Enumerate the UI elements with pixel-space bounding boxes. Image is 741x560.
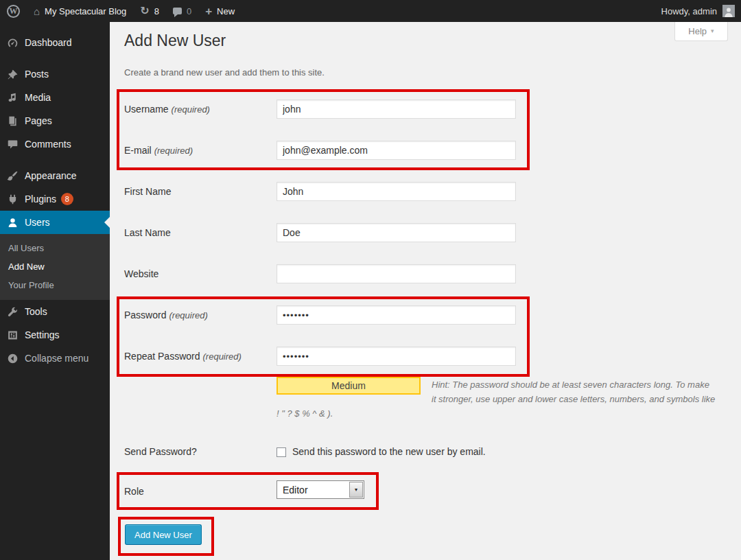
first-name-input[interactable] xyxy=(277,182,516,201)
send-password-checkbox[interactable] xyxy=(277,447,286,457)
plugins-update-badge: 8 xyxy=(61,193,73,205)
required-note: (required) xyxy=(169,310,207,320)
sidebar-item-label: Tools xyxy=(25,306,47,317)
email-input[interactable] xyxy=(277,141,516,160)
sidebar-item-settings[interactable]: Settings xyxy=(0,323,110,347)
password-label: Password(required) xyxy=(124,310,208,320)
page-subtitle: Create a brand new user and add them to … xyxy=(124,67,325,78)
last-name-input[interactable] xyxy=(277,223,516,242)
comment-bubble-icon xyxy=(5,137,19,151)
sidebar-item-label: Collapse menu xyxy=(25,353,89,364)
sidebar-item-label: Posts xyxy=(25,69,49,80)
chevron-down-icon: ▾ xyxy=(711,28,714,34)
sidebar-item-label: Users xyxy=(25,217,50,228)
submenu-item-all-users[interactable]: All Users xyxy=(0,239,110,257)
send-password-checkbox-label: Send this password to the new user by em… xyxy=(292,446,486,457)
sidebar-item-label: Comments xyxy=(25,139,71,150)
submenu-item-your-profile[interactable]: Your Profile xyxy=(0,276,110,294)
sidebar-item-label: Pages xyxy=(25,115,52,126)
settings-sliders-icon xyxy=(5,328,19,342)
password-hint: Hint: The password should be at least se… xyxy=(277,377,716,421)
avatar xyxy=(722,5,735,17)
add-new-user-button[interactable]: Add New User xyxy=(125,524,202,545)
sidebar-item-dashboard[interactable]: Dashboard xyxy=(0,31,110,54)
new-content-menu[interactable]: + New xyxy=(198,0,242,22)
sidebar-item-media[interactable]: Media xyxy=(0,86,110,109)
comment-bubble-icon xyxy=(173,8,182,14)
sidebar-item-users[interactable]: Users xyxy=(0,211,110,234)
wordpress-logo-menu[interactable]: W xyxy=(0,0,27,22)
repeat-password-label: Repeat Password(required) xyxy=(124,351,242,362)
username-input[interactable] xyxy=(277,100,516,119)
account-menu[interactable]: Howdy, admin xyxy=(661,5,741,17)
sidebar-item-comments[interactable]: Comments xyxy=(0,132,110,156)
howdy-text: Howdy, admin xyxy=(661,6,717,16)
website-input[interactable] xyxy=(277,264,516,283)
plus-icon: + xyxy=(205,5,212,17)
hint-float-spacer xyxy=(277,377,432,406)
required-note: (required) xyxy=(172,104,210,115)
sidebar-item-collapse-menu[interactable]: Collapse menu xyxy=(0,347,110,370)
comments-count: 0 xyxy=(187,6,191,16)
sidebar-item-tools[interactable]: Tools xyxy=(0,300,110,323)
wrench-icon xyxy=(5,305,19,318)
pushpin-icon xyxy=(5,67,19,81)
admin-bar: W ⌂ My Spectacular Blog ↻ 8 0 + New Howd… xyxy=(0,0,741,22)
website-label: Website xyxy=(124,268,158,279)
sidebar-item-label: Media xyxy=(25,92,51,103)
update-arrows-icon: ↻ xyxy=(140,5,149,16)
sidebar-item-label: Settings xyxy=(25,329,60,340)
sidebar-item-label: Appearance xyxy=(25,170,77,181)
admin-sidebar: Dashboard Posts Media Pages Comments App… xyxy=(0,22,110,560)
username-label: Username(required) xyxy=(124,104,210,115)
users-submenu: All Users Add New Your Profile xyxy=(0,234,110,300)
pages-icon xyxy=(5,114,19,128)
home-icon: ⌂ xyxy=(34,6,40,16)
required-note: (required) xyxy=(154,145,193,156)
sidebar-item-appearance[interactable]: Appearance xyxy=(0,164,110,187)
plug-icon xyxy=(5,192,19,206)
help-label: Help xyxy=(688,26,707,36)
send-password-label: Send Password? xyxy=(124,446,197,457)
page-title: Add New User xyxy=(124,32,226,50)
new-label: New xyxy=(217,6,235,16)
collapse-arrow-icon xyxy=(5,351,19,365)
first-name-label: First Name xyxy=(124,186,171,197)
updates-link[interactable]: ↻ 8 xyxy=(133,0,166,22)
site-name-link[interactable]: ⌂ My Spectacular Blog xyxy=(27,0,133,22)
wordpress-logo-icon: W xyxy=(7,5,20,18)
sidebar-item-plugins[interactable]: Plugins 8 xyxy=(0,187,110,211)
sidebar-item-posts[interactable]: Posts xyxy=(0,62,110,86)
email-label: E-mail(required) xyxy=(124,145,193,156)
sidebar-item-label: Plugins xyxy=(25,194,56,205)
sidebar-item-label: Dashboard xyxy=(25,37,72,48)
media-note-icon xyxy=(5,91,19,104)
role-select[interactable]: Editor ▾ xyxy=(277,480,364,499)
role-label: Role xyxy=(124,486,144,497)
paintbrush-icon xyxy=(5,169,19,183)
site-name-label: My Spectacular Blog xyxy=(45,6,126,16)
password-input[interactable] xyxy=(277,305,516,325)
help-button[interactable]: Help ▾ xyxy=(674,22,728,41)
repeat-password-input[interactable] xyxy=(277,347,516,366)
sidebar-item-pages[interactable]: Pages xyxy=(0,109,110,132)
submenu-item-add-new[interactable]: Add New xyxy=(0,257,110,276)
updates-count: 8 xyxy=(154,6,159,16)
user-icon xyxy=(5,215,19,229)
required-note: (required) xyxy=(203,351,242,362)
dashboard-gauge-icon xyxy=(5,36,19,49)
last-name-label: Last Name xyxy=(124,227,171,238)
main-content: Add New User Create a brand new user and… xyxy=(110,22,741,560)
select-dropdown-icon: ▾ xyxy=(349,482,363,498)
comments-link[interactable]: 0 xyxy=(166,0,198,22)
role-selected-value: Editor xyxy=(277,485,349,495)
